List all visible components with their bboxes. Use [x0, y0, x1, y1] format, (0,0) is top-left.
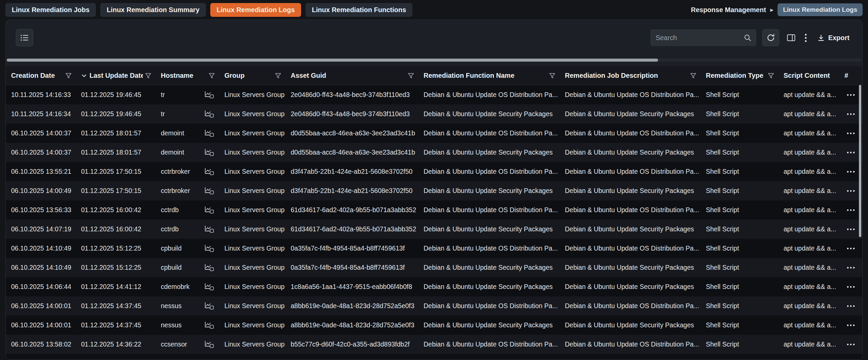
cell-group: Linux Servers Group — [219, 181, 285, 200]
search-icon[interactable] — [744, 34, 752, 42]
row-actions-button[interactable] — [844, 206, 858, 214]
column-header-actions[interactable]: # — [839, 66, 862, 85]
cell-remediation-type: Shell Script — [701, 181, 778, 200]
tab-linux-remediation-jobs[interactable]: Linux Remediation Jobs — [5, 3, 96, 17]
kebab-menu-button[interactable] — [803, 32, 808, 44]
export-button[interactable]: Export — [814, 32, 852, 44]
table-row[interactable]: 06.10.2025 14:00:37 01.12.2025 18:01:57 … — [6, 123, 862, 143]
ellipsis-icon — [846, 324, 855, 327]
cell-last-update-date: 01.12.2025 14:37:45 — [76, 296, 155, 315]
filter-icon[interactable] — [690, 73, 696, 79]
filter-icon[interactable] — [768, 73, 774, 79]
search-input[interactable] — [650, 34, 744, 42]
columns-layout-button[interactable] — [785, 32, 797, 43]
vertical-scrollbar[interactable] — [859, 85, 861, 237]
ellipsis-icon — [846, 93, 855, 96]
ellipsis-icon — [846, 343, 855, 346]
table-row-partial[interactable] — [6, 354, 862, 360]
column-header-script-content[interactable]: Script Content — [778, 66, 839, 85]
search-box[interactable] — [650, 29, 756, 46]
table-row[interactable]: 06.10.2025 13:58:02 01.12.2025 14:36:22 … — [6, 335, 862, 354]
table-row[interactable]: 06.10.2025 14:00:01 01.12.2025 14:37:45 … — [6, 315, 862, 335]
column-header-last-update-date[interactable]: Last Update Date — [76, 66, 155, 85]
trend-chart-icon[interactable] — [204, 244, 214, 253]
cell-remediation-function-name: Debian & Ubuntu Update Security Packages — [418, 104, 559, 123]
table-row[interactable]: 06.10.2025 14:06:44 01.12.2025 14:41:12 … — [6, 277, 862, 296]
filter-icon[interactable] — [408, 73, 414, 79]
filter-icon[interactable] — [145, 73, 151, 79]
horizontal-scrollbar-thumb[interactable] — [7, 59, 658, 62]
cell-creation-date: 06.10.2025 14:10:49 — [6, 239, 76, 258]
row-actions-button[interactable] — [844, 168, 858, 176]
row-actions-button[interactable] — [844, 283, 858, 291]
tab-linux-remediation-functions[interactable]: Linux Remediation Functions — [306, 3, 412, 17]
hostname-text: cdemobrk — [161, 283, 190, 290]
table-row[interactable]: 06.10.2025 13:55:21 01.12.2025 17:50:15 … — [6, 162, 862, 181]
table-row[interactable]: 06.10.2025 14:00:49 01.12.2025 17:50:15 … — [6, 181, 862, 200]
table-row[interactable]: 06.10.2025 14:10:49 01.12.2025 15:12:25 … — [6, 258, 862, 277]
trend-chart-icon[interactable] — [204, 321, 214, 329]
trend-chart-icon[interactable] — [204, 110, 214, 118]
refresh-button[interactable] — [762, 29, 779, 46]
row-actions-button[interactable] — [844, 340, 858, 349]
hostname-text: nessus — [161, 302, 182, 310]
table-row[interactable]: 10.11.2025 14:16:34 01.12.2025 19:46:45 … — [6, 104, 862, 123]
trend-chart-icon[interactable] — [204, 282, 214, 291]
cell-creation-date: 06.10.2025 14:00:37 — [6, 123, 76, 143]
filter-icon[interactable] — [65, 73, 72, 79]
table-row[interactable]: 06.10.2025 14:10:49 01.12.2025 15:12:25 … — [6, 239, 862, 258]
row-actions-button[interactable] — [844, 187, 858, 195]
cell-script-content: apt update && a... — [778, 258, 839, 277]
cell-asset-guid: a8bb619e-0ade-48a1-823d-28d752a5e0f3 — [285, 315, 418, 335]
table-row[interactable]: 06.10.2025 14:07:19 01.12.2025 16:00:42 … — [6, 220, 862, 239]
filter-icon[interactable] — [549, 73, 555, 79]
horizontal-scrollbar[interactable] — [7, 59, 861, 62]
column-header-remediation-job-description[interactable]: Remediation Job Description — [559, 66, 701, 85]
trend-chart-icon[interactable] — [204, 187, 214, 195]
row-actions-button[interactable] — [844, 91, 858, 99]
trend-chart-icon[interactable] — [204, 264, 214, 272]
row-actions-button[interactable] — [844, 148, 858, 157]
row-actions-button[interactable] — [844, 225, 858, 233]
breadcrumb-current[interactable]: Linux Remediation Logs — [777, 3, 863, 16]
filter-icon[interactable] — [275, 73, 281, 79]
cell-remediation-type: Shell Script — [701, 104, 778, 123]
trend-chart-icon[interactable] — [204, 167, 214, 176]
tab-linux-remediation-logs[interactable]: Linux Remediation Logs — [210, 3, 301, 17]
filter-icon[interactable] — [209, 73, 215, 79]
cell-last-update-date: 01.12.2025 14:41:12 — [76, 277, 155, 296]
trend-chart-icon[interactable] — [204, 129, 214, 137]
table-row[interactable]: 06.10.2025 14:00:37 01.12.2025 18:01:57 … — [6, 143, 862, 162]
trend-chart-icon[interactable] — [204, 302, 214, 310]
list-view-button[interactable] — [16, 29, 33, 47]
trend-chart-icon[interactable] — [204, 225, 214, 233]
table-row[interactable]: 06.10.2025 14:00:01 01.12.2025 14:37:45 … — [6, 296, 862, 315]
cell-remediation-function-name: Debian & Ubuntu Update OS Distribution P… — [418, 162, 559, 181]
hostname-text: demoint — [161, 148, 184, 156]
column-header-remediation-function-name[interactable]: Remediation Function Name — [418, 66, 559, 85]
table-row[interactable]: 10.11.2025 14:16:33 01.12.2025 19:46:45 … — [6, 85, 862, 104]
row-actions-button[interactable] — [844, 129, 858, 137]
column-header-remediation-type[interactable]: Remediation Type — [701, 66, 778, 85]
trend-chart-icon[interactable] — [204, 90, 214, 99]
row-actions-button[interactable] — [844, 321, 858, 329]
cell-hostname: cpbuild — [155, 258, 219, 277]
kebab-icon — [804, 33, 807, 43]
column-header-group[interactable]: Group — [219, 66, 285, 85]
cell-remediation-job-description: Debian & Ubuntu Update Security Packages — [559, 258, 701, 277]
row-actions-button[interactable] — [844, 110, 858, 118]
trend-chart-icon[interactable] — [204, 148, 214, 157]
table-row[interactable]: 06.10.2025 13:56:33 01.12.2025 16:00:42 … — [6, 200, 862, 220]
trend-chart-icon[interactable] — [204, 340, 214, 349]
column-header-hostname[interactable]: Hostname — [155, 66, 219, 85]
row-actions-button[interactable] — [844, 302, 858, 310]
row-actions-button[interactable] — [844, 264, 858, 272]
cell-group: Linux Servers Group — [219, 123, 285, 143]
tab-linux-remediation-summary[interactable]: Linux Remediation Summary — [100, 3, 206, 17]
column-header-creation-date[interactable]: Creation Date — [6, 66, 76, 85]
trend-chart-icon[interactable] — [204, 206, 214, 214]
breadcrumb-parent[interactable]: Response Management — [691, 6, 766, 14]
row-actions-button[interactable] — [844, 245, 858, 253]
column-header-asset-guid[interactable]: Asset Guid — [285, 66, 418, 85]
cell-creation-date: 06.10.2025 14:00:49 — [6, 181, 76, 200]
